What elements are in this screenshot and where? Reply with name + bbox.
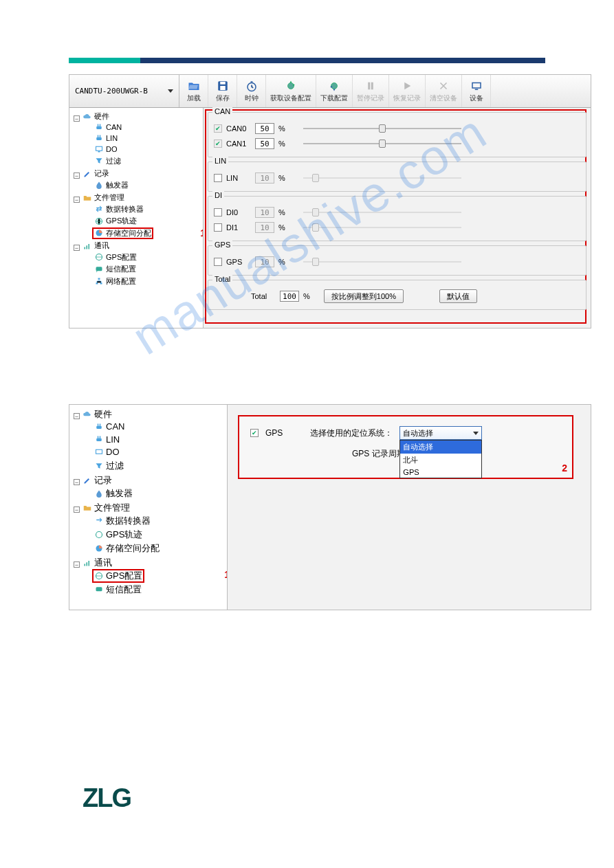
message-icon [94, 265, 104, 274]
tree2-data-converter[interactable]: 数据转换器 [93, 515, 152, 527]
device-icon [470, 80, 483, 92]
checkbox-di1[interactable] [214, 223, 222, 232]
tree-record[interactable]: 记录 [81, 168, 111, 179]
svg-rect-6 [368, 82, 370, 89]
slider-di1 [303, 223, 461, 232]
dropdown-option[interactable]: 自动选择 [400, 441, 481, 454]
annotation-2b: 2 [562, 463, 567, 474]
svg-rect-11 [98, 124, 99, 126]
input-can0-value[interactable]: 50 [255, 123, 274, 134]
app-window-storage: CANDTU-200UWGR-B 加载 保存 时钟 获取设备配置 下载配置 暂停… [69, 74, 591, 329]
collapse-icon[interactable]: − [74, 173, 80, 179]
gps-system-label: 选择使用的定位系统： [310, 427, 393, 439]
checkbox-gps-enable[interactable] [250, 429, 259, 437]
svg-rect-30 [100, 423, 101, 425]
input-gps-value: 10 [255, 256, 274, 267]
tree-gps-config[interactable]: GPS配置 [93, 252, 138, 263]
toolbar-resume-button[interactable]: 恢复记录 [389, 75, 426, 107]
tree-can[interactable]: CAN [93, 123, 123, 131]
toolbar-clock-button[interactable]: 时钟 [237, 75, 266, 107]
dropdown-option[interactable]: 北斗 [400, 454, 481, 467]
checkbox-can0 [214, 124, 222, 133]
tree2-hardware[interactable]: 硬件 [81, 408, 113, 421]
tree-network-config[interactable]: 网络配置 [93, 276, 138, 287]
svg-rect-39 [89, 561, 90, 566]
filter-icon [94, 462, 104, 470]
gps-system-dropdown[interactable]: 自动选择 自动选择 北斗 GPS [399, 426, 482, 440]
checkbox-gps-storage[interactable] [214, 258, 222, 266]
svg-rect-34 [96, 449, 102, 454]
plug-icon [94, 423, 104, 431]
checkbox-lin[interactable] [214, 174, 222, 182]
tree2-do[interactable]: DO [93, 447, 121, 457]
tree2-sms-config[interactable]: 短信配置 [93, 583, 143, 596]
globe-icon [94, 217, 104, 225]
play-icon [400, 80, 414, 92]
svg-rect-21 [87, 245, 88, 249]
slider-can0[interactable] [303, 124, 461, 133]
default-value-button[interactable]: 默认值 [439, 289, 477, 303]
checkbox-di0[interactable] [214, 208, 222, 216]
tree-storage-allocation[interactable]: 存储空间分配 [93, 228, 153, 238]
filter-icon [94, 157, 104, 165]
tree-do[interactable]: DO [93, 145, 119, 153]
toolbar-download-config-button[interactable]: 下载配置 [316, 75, 353, 107]
tree-comm[interactable]: 通讯 [81, 241, 111, 251]
tree-trigger[interactable]: 触发器 [93, 180, 130, 190]
tree2-can[interactable]: CAN [93, 421, 126, 432]
tree2-gps-config[interactable]: GPS配置 [93, 570, 144, 582]
tree-filter[interactable]: 过滤 [93, 156, 122, 166]
tree2-filter[interactable]: 过滤 [93, 460, 125, 472]
svg-rect-2 [220, 86, 226, 90]
toolbar-pause-button[interactable]: 暂停记录 [353, 75, 389, 107]
tree2-record[interactable]: 记录 [81, 474, 113, 487]
collapse-icon[interactable]: − [74, 197, 80, 203]
collapse-icon[interactable]: − [74, 479, 80, 485]
input-can1-value[interactable]: 50 [255, 138, 274, 149]
tree-hardware[interactable]: 硬件 [81, 111, 111, 122]
chevron-down-icon [168, 89, 173, 93]
svg-rect-26 [96, 282, 98, 284]
plug-icon [94, 435, 104, 443]
collapse-icon[interactable]: − [74, 413, 80, 419]
toolbar-device-button[interactable]: 设备 [462, 75, 491, 107]
input-lin-value: 10 [255, 173, 274, 183]
collapse-icon[interactable]: − [74, 115, 80, 122]
svg-rect-41 [96, 587, 102, 591]
chevron-down-icon [473, 432, 479, 435]
tree-lin[interactable]: LIN [93, 134, 119, 142]
download-config-icon [284, 80, 298, 92]
dropdown-option[interactable]: GPS [400, 467, 481, 478]
pause-icon [364, 80, 377, 92]
group-lin: LIN LIN10% [208, 162, 586, 192]
collapse-icon[interactable]: − [74, 507, 80, 513]
input-di1-value: 10 [255, 222, 274, 233]
scale-to-100-button[interactable]: 按比例调整到100% [324, 289, 404, 303]
collapse-icon[interactable]: − [74, 245, 80, 251]
collapse-icon[interactable]: − [74, 561, 80, 568]
svg-rect-13 [96, 137, 102, 140]
slider-can1[interactable] [303, 139, 461, 148]
tree2-file-mgmt[interactable]: 文件管理 [81, 502, 131, 514]
tree2-trigger[interactable]: 触发器 [93, 487, 134, 500]
tree2-comm[interactable]: 通讯 [81, 557, 113, 569]
tree2-storage-allocation[interactable]: 存储空间分配 [93, 542, 161, 555]
signal-icon [83, 559, 92, 567]
toolbar-clear-button[interactable]: 清空设备 [426, 75, 462, 107]
toolbar-load-button[interactable]: 加载 [179, 75, 208, 107]
tree-sms-config[interactable]: 短信配置 [93, 264, 138, 274]
tree-data-converter[interactable]: 数据转换器 [93, 204, 145, 214]
tree2-lin[interactable]: LIN [93, 434, 121, 445]
drop-icon [94, 489, 104, 498]
svg-point-35 [96, 531, 102, 537]
tree-gps-track[interactable]: GPS轨迹 [93, 216, 138, 226]
svg-rect-20 [85, 247, 86, 249]
checkbox-can1 [214, 140, 222, 148]
svg-rect-29 [98, 423, 99, 425]
toolbar-save-button[interactable]: 保存 [208, 75, 237, 107]
toolbar-get-config-button[interactable]: 获取设备配置 [266, 75, 316, 107]
tree2-gps-track[interactable]: GPS轨迹 [93, 528, 144, 541]
nav-tree: −硬件 CAN LIN DO 过滤 −记录 触发器 −文件管理 [69, 108, 204, 328]
tree-file-mgmt[interactable]: 文件管理 [81, 192, 126, 203]
device-dropdown[interactable]: CANDTU-200UWGR-B [69, 75, 179, 107]
